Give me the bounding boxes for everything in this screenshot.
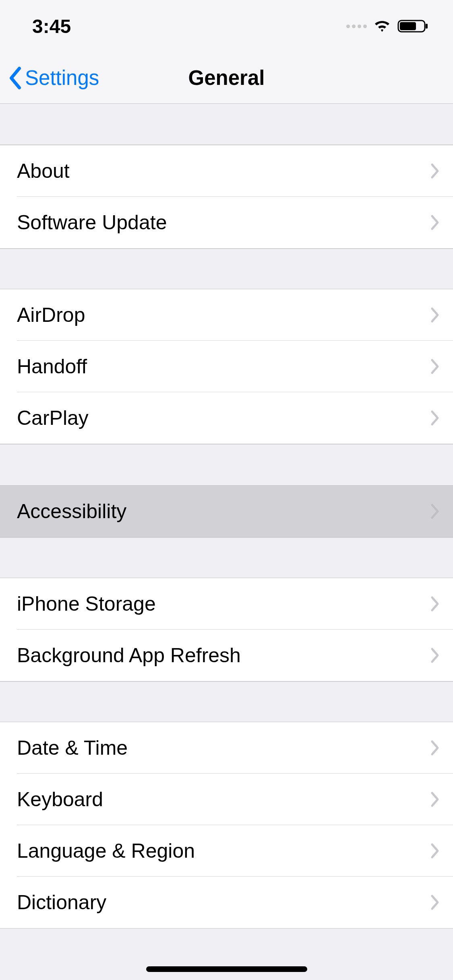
row-about[interactable]: About [0,145,453,197]
row-background-app-refresh[interactable]: Background App Refresh [0,630,453,681]
group-spacer [0,444,453,485]
row-label: AirDrop [17,303,430,327]
chevron-right-icon [430,358,440,375]
row-language-region[interactable]: Language & Region [0,825,453,877]
chevron-right-icon [430,307,440,323]
row-label: Handoff [17,355,430,378]
svg-rect-1 [400,22,416,30]
chevron-left-icon [7,66,23,90]
back-label: Settings [25,66,99,90]
row-label: Software Update [17,211,430,234]
battery-icon [397,19,429,34]
settings-group: About Software Update [0,145,453,249]
chevron-right-icon [430,740,440,756]
row-iphone-storage[interactable]: iPhone Storage [0,578,453,630]
row-software-update[interactable]: Software Update [0,197,453,248]
row-label: About [17,159,430,183]
row-carplay[interactable]: CarPlay [0,392,453,444]
chevron-right-icon [430,843,440,859]
settings-group: iPhone Storage Background App Refresh [0,578,453,681]
chevron-right-icon [430,214,440,231]
row-airdrop[interactable]: AirDrop [0,289,453,341]
row-keyboard[interactable]: Keyboard [0,774,453,825]
row-date-time[interactable]: Date & Time [0,722,453,774]
svg-rect-2 [426,24,428,29]
chevron-right-icon [430,596,440,612]
settings-group: AirDrop Handoff CarPlay [0,289,453,444]
chevron-right-icon [430,503,440,519]
row-handoff[interactable]: Handoff [0,341,453,392]
status-bar: 3:45 [0,0,453,52]
chevron-right-icon [430,791,440,807]
row-label: CarPlay [17,406,430,430]
group-spacer [0,249,453,289]
row-dictionary[interactable]: Dictionary [0,877,453,928]
row-accessibility[interactable]: Accessibility [0,486,453,537]
row-label: Accessibility [17,500,430,523]
group-spacer [0,537,453,578]
chevron-right-icon [430,894,440,910]
row-label: Keyboard [17,788,430,811]
status-time: 3:45 [32,15,71,37]
chevron-right-icon [430,647,440,663]
status-icons [346,19,429,34]
page-title: General [188,66,265,90]
signal-dots-icon [346,25,367,28]
row-label: Date & Time [17,736,430,760]
back-button[interactable]: Settings [7,66,99,90]
settings-group: Date & Time Keyboard Language & Region D… [0,722,453,929]
row-label: Dictionary [17,891,430,914]
nav-bar: Settings General [0,52,453,104]
wifi-icon [372,19,392,33]
group-spacer [0,104,453,145]
home-indicator[interactable] [146,966,307,972]
row-label: iPhone Storage [17,592,430,616]
row-label: Background App Refresh [17,644,430,667]
settings-group: Accessibility [0,485,453,537]
chevron-right-icon [430,410,440,426]
chevron-right-icon [430,163,440,179]
group-spacer [0,681,453,722]
row-label: Language & Region [17,839,430,863]
settings-list: About Software Update AirDrop Handoff Ca… [0,104,453,929]
